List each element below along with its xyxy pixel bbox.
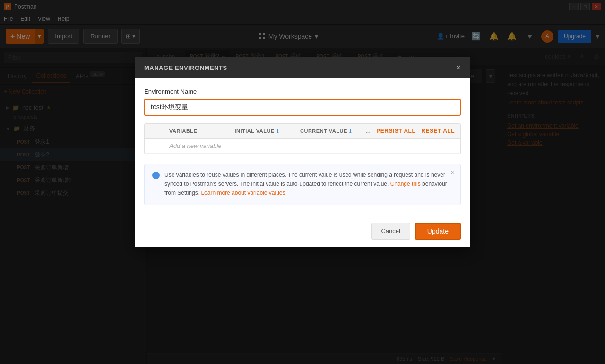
info-icon-current: ℹ: [349, 128, 352, 134]
manage-environments-modal: MANAGE ENVIRONMENTS × Environment Name V…: [135, 57, 470, 247]
modal-title: MANAGE ENVIRONMENTS: [144, 64, 227, 71]
modal-footer: Cancel Update: [135, 215, 470, 247]
th-checkbox: [145, 124, 164, 138]
env-name-input[interactable]: [144, 99, 461, 116]
update-btn[interactable]: Update: [415, 223, 461, 240]
info-box: i Use variables to reuse values in diffe…: [144, 164, 461, 205]
row-actions: [449, 139, 460, 153]
row-initial[interactable]: [259, 139, 354, 153]
info-circle-icon: i: [152, 172, 160, 179]
row-variable[interactable]: Add a new variable: [164, 139, 259, 153]
info-icon-initial: ℹ: [277, 128, 279, 134]
change-this-link[interactable]: Change this: [390, 181, 421, 187]
row-checkbox: [145, 139, 164, 153]
reset-all-btn[interactable]: Reset All: [421, 128, 455, 134]
info-close-btn[interactable]: ×: [451, 169, 455, 176]
th-actions: ... Persist All Reset All: [360, 124, 460, 138]
th-variable: VARIABLE: [164, 124, 229, 138]
learn-more-link[interactable]: Learn more about variable values: [201, 190, 285, 196]
info-text-content: Use variables to reuse values in differe…: [164, 171, 453, 198]
modal-header: MANAGE ENVIRONMENTS ×: [135, 57, 470, 78]
row-current[interactable]: [354, 139, 449, 153]
modal-overlay: MANAGE ENVIRONMENTS × Environment Name V…: [0, 0, 605, 364]
variables-table: VARIABLE INITIAL VALUE ℹ CURRENT VALUE ℹ…: [144, 123, 461, 154]
add-variable-placeholder: Add a new variable: [169, 142, 222, 149]
modal-body: Environment Name VARIABLE INITIAL VALUE …: [135, 78, 470, 215]
env-name-label: Environment Name: [144, 88, 461, 95]
th-current: CURRENT VALUE ℹ: [294, 124, 360, 138]
persist-all-btn[interactable]: Persist All: [376, 128, 415, 134]
table-header: VARIABLE INITIAL VALUE ℹ CURRENT VALUE ℹ…: [145, 124, 460, 139]
th-initial: INITIAL VALUE ℹ: [229, 124, 295, 138]
add-variable-row[interactable]: Add a new variable: [145, 139, 460, 154]
modal-close-btn[interactable]: ×: [456, 63, 461, 72]
cancel-btn[interactable]: Cancel: [371, 223, 410, 240]
